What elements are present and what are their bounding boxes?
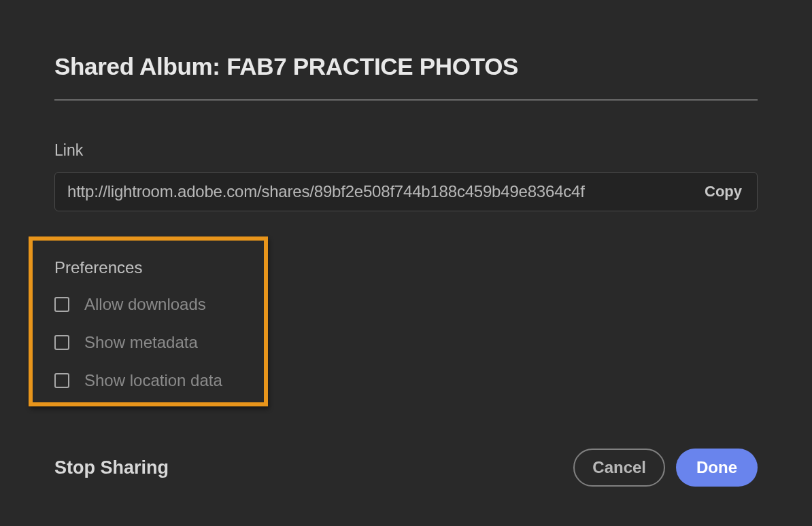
checkbox-label-allow-downloads: Allow downloads [84,295,206,314]
checkbox-label-show-metadata: Show metadata [84,333,198,352]
dialog-title: Shared Album: FAB7 PRACTICE PHOTOS [54,53,758,80]
checkbox-row-show-location[interactable]: Show location data [54,371,242,390]
checkbox-allow-downloads[interactable] [54,297,69,312]
divider [54,99,758,101]
preferences-highlight-box: Preferences Allow downloads Show metadat… [29,236,268,406]
cancel-button[interactable]: Cancel [573,449,665,487]
checkbox-label-show-location: Show location data [84,371,222,390]
link-box: http://lightroom.adobe.com/shares/89bf2e… [54,172,758,211]
bottom-actions-row: Stop Sharing Cancel Done [54,449,758,487]
done-button[interactable]: Done [676,449,758,487]
copy-button[interactable]: Copy [691,183,745,200]
link-label: Link [54,141,758,160]
stop-sharing-button[interactable]: Stop Sharing [54,457,169,478]
checkbox-show-location[interactable] [54,373,69,388]
checkbox-row-show-metadata[interactable]: Show metadata [54,333,242,352]
checkbox-row-allow-downloads[interactable]: Allow downloads [54,295,242,314]
button-group: Cancel Done [573,449,758,487]
checkbox-show-metadata[interactable] [54,335,69,350]
preferences-label: Preferences [54,258,242,277]
link-section: Link http://lightroom.adobe.com/shares/8… [54,141,758,211]
link-url-text[interactable]: http://lightroom.adobe.com/shares/89bf2e… [67,182,691,201]
